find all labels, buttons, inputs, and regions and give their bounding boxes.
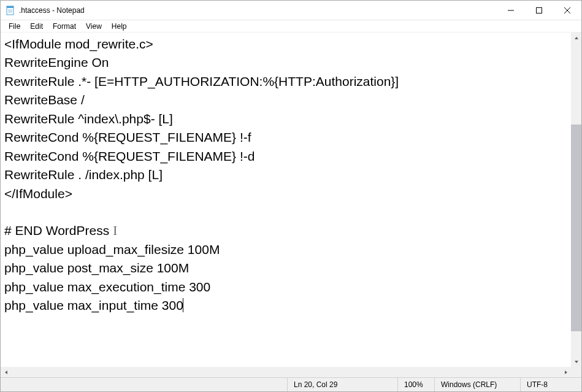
editor-line: RewriteCond %{REQUEST_FILENAME} !-d bbox=[4, 147, 567, 166]
menu-view[interactable]: View bbox=[82, 21, 106, 32]
menu-edit[interactable]: Edit bbox=[26, 21, 47, 32]
menu-file[interactable]: File bbox=[4, 21, 25, 32]
editor-line: php_value post_max_size 100M bbox=[4, 259, 567, 277]
editor-line: php_value max_input_time 300 bbox=[4, 296, 567, 315]
horizontal-scrollbar[interactable] bbox=[1, 367, 581, 377]
editor-line: RewriteRule . /index.php [L] bbox=[4, 166, 567, 184]
editor-line: # END WordPressI bbox=[4, 221, 567, 240]
editor-line: RewriteRule ^index\.php$- [L] bbox=[4, 110, 567, 128]
status-encoding: UTF-8 bbox=[520, 378, 581, 391]
text-editor[interactable]: <IfModule mod_rewrite.c>RewriteEngine On… bbox=[1, 33, 571, 367]
content-area: <IfModule mod_rewrite.c>RewriteEngine On… bbox=[1, 33, 581, 377]
editor-line: </IfModule> bbox=[4, 185, 567, 203]
scroll-right-arrow-icon[interactable] bbox=[561, 367, 571, 377]
editor-line: php_value upload_max_filesize 100M bbox=[4, 240, 567, 259]
editor-line: RewriteBase / bbox=[4, 91, 567, 109]
editor-line bbox=[4, 203, 567, 221]
vertical-scrollbar[interactable] bbox=[571, 33, 581, 367]
status-zoom: 100% bbox=[397, 378, 434, 391]
svg-rect-6 bbox=[537, 7, 542, 13]
editor-line: RewriteCond %{REQUEST_FILENAME} !-f bbox=[4, 128, 567, 147]
status-line-endings: Windows (CRLF) bbox=[434, 378, 520, 391]
editor-line: RewriteEngine On bbox=[4, 53, 567, 72]
horizontal-scroll-track[interactable] bbox=[11, 367, 561, 377]
caret bbox=[183, 298, 183, 312]
text-cursor-icon: I bbox=[113, 221, 117, 240]
titlebar: .htaccess - Notepad bbox=[1, 1, 581, 20]
menu-format[interactable]: Format bbox=[48, 21, 80, 32]
svg-rect-1 bbox=[7, 6, 13, 8]
editor-line: php_value max_execution_time 300 bbox=[4, 278, 567, 296]
menu-help[interactable]: Help bbox=[107, 21, 131, 32]
status-position: Ln 20, Col 29 bbox=[287, 378, 397, 391]
close-button[interactable] bbox=[553, 1, 581, 20]
editor-line: RewriteRule .*- [E=HTTP_AUTHORIZATION:%{… bbox=[4, 72, 567, 91]
menubar: File Edit Format View Help bbox=[1, 20, 581, 33]
scroll-up-arrow-icon[interactable] bbox=[571, 33, 581, 43]
horizontal-scroll-thumb[interactable] bbox=[11, 367, 561, 377]
vertical-scroll-thumb[interactable] bbox=[571, 125, 581, 331]
notepad-icon bbox=[6, 6, 15, 15]
scroll-down-arrow-icon[interactable] bbox=[571, 356, 581, 367]
scroll-left-arrow-icon[interactable] bbox=[1, 367, 11, 377]
editor-line: <IfModule mod_rewrite.c> bbox=[4, 35, 567, 53]
scrollbar-corner bbox=[571, 367, 581, 377]
minimize-button[interactable] bbox=[497, 1, 525, 20]
vertical-scroll-track[interactable] bbox=[571, 43, 581, 356]
maximize-button[interactable] bbox=[525, 1, 553, 20]
window-title: .htaccess - Notepad bbox=[19, 6, 85, 15]
window-controls bbox=[497, 1, 581, 20]
statusbar: Ln 20, Col 29 100% Windows (CRLF) UTF-8 bbox=[1, 377, 581, 391]
